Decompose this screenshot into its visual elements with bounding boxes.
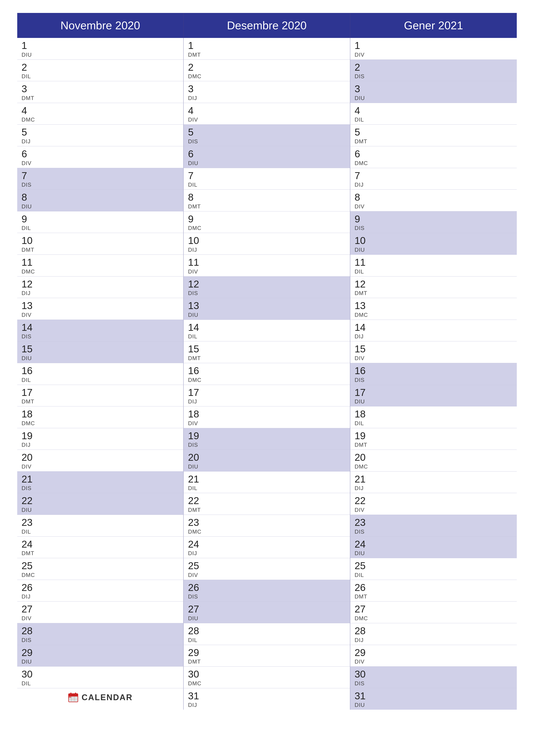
day-number: 20 [21,452,179,463]
day-number: 18 [355,409,513,419]
day-row: 30DMC [184,666,350,688]
day-number: 2 [188,62,345,73]
day-number: 29 [21,647,179,658]
day-name: DIS [21,485,179,492]
day-name: DMC [355,160,513,167]
day-row: 20DMC [350,450,517,472]
day-row: 27DIV [17,602,183,623]
day-name: DIL [355,268,513,275]
day-number: 30 [188,669,345,680]
day-row: 15DMT [184,341,350,363]
day-name: DMC [355,311,513,318]
day-number: 4 [188,105,345,116]
month-column-0: 1DIU2DIL3DMT4DMC5DIJ6DIV7DIS8DIU9DIL10DM… [17,38,184,710]
day-number: 1 [355,40,513,51]
day-name: DIU [355,247,513,253]
day-number: 19 [188,430,345,441]
day-row: 27DIU [184,602,350,623]
day-name: DMT [355,138,513,145]
day-row: 7DIJ [350,168,517,190]
day-row: 1DIV [350,38,517,60]
days-grid: 1DIU2DIL3DMT4DMC5DIJ6DIV7DIS8DIU9DIL10DM… [17,38,517,710]
day-row: 17DMT [17,385,183,407]
day-number: 20 [355,452,513,463]
day-row: 15DIV [350,341,517,363]
calendar-container: Novembre 2020Desembre 2020Gener 2021 1DI… [17,13,517,710]
day-name: DIU [188,615,345,622]
day-number: 30 [21,669,179,680]
day-number: 15 [355,343,513,355]
day-number: 3 [21,83,179,94]
day-number: 21 [188,474,345,485]
day-number: 30 [355,669,513,680]
day-name: DIL [355,420,513,427]
day-number: 8 [21,192,179,203]
day-row: 24DIJ [184,537,350,558]
day-number: 26 [188,582,345,593]
day-row: 10DMT [17,233,183,255]
day-number: 13 [188,300,345,311]
day-row: 7DIL [184,168,350,190]
day-name: DMT [188,659,345,665]
day-row: 25DIL [350,558,517,580]
day-number: 11 [188,257,345,268]
day-number: 17 [188,387,345,398]
footer-calendar-label: CALENDAR [82,693,133,702]
day-row: 31DIU [350,688,517,710]
day-name: DIU [355,550,513,557]
day-row: 9DIS [350,211,517,233]
day-number: 10 [188,235,345,246]
day-row: 6DIV [17,146,183,168]
day-row: 16DIS [350,363,517,385]
day-number: 4 [355,105,513,116]
day-number: 27 [355,604,513,615]
day-row: 19DIJ [17,428,183,450]
day-number: 16 [21,365,179,376]
day-name: DIU [355,95,513,101]
day-number: 9 [188,214,345,225]
day-number: 8 [188,192,345,203]
day-name: DIJ [21,290,179,297]
day-number: 26 [21,582,179,593]
day-name: DMC [21,116,179,123]
day-name: DIS [355,377,513,383]
day-name: DIS [355,73,513,80]
day-number: 6 [355,148,513,159]
month-header-0: Novembre 2020 [17,13,184,38]
day-name: DIU [355,398,513,405]
day-name: DMT [21,398,179,405]
day-row: 4DMC [17,103,183,125]
day-row: 23DIS [350,515,517,537]
day-name: DMC [355,463,513,470]
day-row: 6DMC [350,146,517,168]
day-name: DIV [355,507,513,513]
footer-row: 7 CALENDAR [17,688,183,706]
day-name: DMT [355,593,513,600]
day-number: 19 [355,430,513,441]
day-name: DIS [188,593,345,600]
day-row: 14DIJ [350,320,517,341]
day-name: DIJ [355,181,513,188]
day-name: DIJ [21,442,179,448]
day-name: DMC [21,572,179,579]
day-name: DIJ [188,550,345,557]
day-number: 7 [188,170,345,181]
day-row: 16DMC [184,363,350,385]
day-number: 28 [355,625,513,636]
day-number: 25 [188,560,345,571]
day-name: DMC [21,268,179,275]
day-number: 4 [21,105,179,116]
day-name: DMC [188,377,345,383]
day-number: 11 [355,257,513,268]
day-row: 11DMC [17,255,183,277]
day-row: 29DMT [184,645,350,667]
day-number: 15 [21,343,179,355]
day-number: 16 [188,365,345,376]
day-row: 28DIJ [350,623,517,645]
day-name: DIV [188,572,345,579]
day-row: 30DIL [17,666,183,688]
day-number: 9 [355,214,513,225]
day-row: 25DMC [17,558,183,580]
day-name: DMT [188,203,345,210]
day-number: 11 [21,257,179,268]
